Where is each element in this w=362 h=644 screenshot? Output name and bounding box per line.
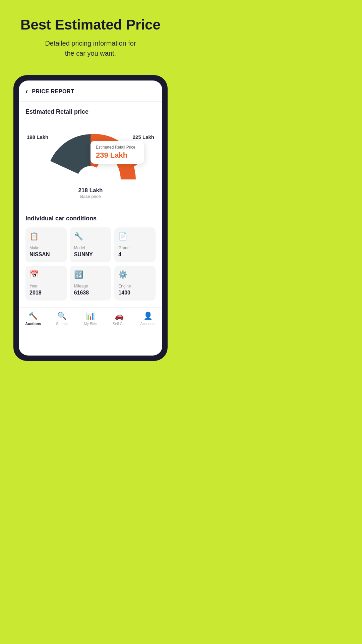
back-icon[interactable]: ‹ xyxy=(25,87,28,96)
model-value: SUNNY xyxy=(74,252,107,258)
condition-card-grade: 📄 Grade 4 xyxy=(114,227,156,262)
condition-card-year: 📅 Year 2018 xyxy=(25,266,67,301)
auctions-icon: 🔨 xyxy=(28,312,38,320)
base-price-value: 218 Lakh xyxy=(78,187,103,194)
grade-label: Grade xyxy=(118,246,152,250)
year-value: 2018 xyxy=(29,290,63,296)
auctions-label: Auctions xyxy=(25,322,41,326)
gauge-container: 198 Lakh 225 Lakh xyxy=(25,121,156,201)
phone-screen: ‹ PRICE REPORT Estimated Retail price 19… xyxy=(19,80,162,356)
search-icon: 🔍 xyxy=(57,312,66,320)
model-icon: 🔧 xyxy=(74,232,107,241)
accounts-label: Accounts xyxy=(140,322,156,326)
estimated-retail-title: Estimated Retail price xyxy=(25,108,156,115)
base-price-label: Base price xyxy=(78,194,103,199)
hero-section: Best Estimated Price Detailed pricing in… xyxy=(0,0,181,68)
mybids-icon: 📊 xyxy=(86,312,95,320)
make-label: Make xyxy=(29,246,63,250)
engine-value: 1400 xyxy=(118,290,152,296)
gauge-label-right: 225 Lakh xyxy=(133,134,154,140)
make-value: NISSAN xyxy=(29,252,63,258)
bottom-nav: 🔨 Auctions 🔍 Search 📊 My Bids 🚗 Sell Car… xyxy=(19,307,162,328)
tooltip-price: 239 Lakh xyxy=(96,151,139,160)
hero-subtitle: Detailed pricing information forthe car … xyxy=(13,38,168,58)
search-label: Search xyxy=(56,322,68,326)
condition-card-engine: ⚙️ Engine 1400 xyxy=(114,266,156,301)
phone-frame: ‹ PRICE REPORT Estimated Retail price 19… xyxy=(13,75,168,361)
mileage-label: Mileage xyxy=(74,284,107,288)
nav-item-sellcar[interactable]: 🚗 Sell Car xyxy=(109,312,129,326)
make-icon: 📋 xyxy=(29,232,63,241)
grade-value: 4 xyxy=(118,252,152,258)
base-price-info: 218 Lakh Base price xyxy=(78,187,103,199)
conditions-grid: 📋 Make NISSAN 🔧 Model SUNNY 📄 Grade 4 xyxy=(25,227,156,301)
gauge-label-left: 198 Lakh xyxy=(27,134,48,140)
conditions-section: Individual car conditions 📋 Make NISSAN … xyxy=(19,215,162,307)
price-section: Estimated Retail price 198 Lakh 225 Lakh xyxy=(19,102,162,201)
sellcar-icon: 🚗 xyxy=(115,312,124,320)
condition-card-make: 📋 Make NISSAN xyxy=(25,227,67,262)
screen-header: ‹ PRICE REPORT xyxy=(19,80,162,102)
hero-title: Best Estimated Price xyxy=(13,17,168,33)
mileage-icon: 🔢 xyxy=(74,270,107,279)
accounts-icon: 👤 xyxy=(143,312,153,320)
nav-item-accounts[interactable]: 👤 Accounts xyxy=(138,312,158,326)
nav-item-search[interactable]: 🔍 Search xyxy=(52,312,72,326)
sellcar-label: Sell Car xyxy=(113,322,126,326)
tooltip-label: Estimated Retail Price xyxy=(96,145,139,150)
price-tooltip: Estimated Retail Price 239 Lakh xyxy=(90,141,144,164)
mileage-value: 61638 xyxy=(74,290,107,296)
engine-label: Engine xyxy=(118,284,152,288)
year-label: Year xyxy=(29,284,63,288)
gauge-svg-wrapper: 198 Lakh 225 Lakh xyxy=(30,121,151,184)
nav-item-auctions[interactable]: 🔨 Auctions xyxy=(23,312,43,326)
year-icon: 📅 xyxy=(29,270,63,279)
nav-item-mybids[interactable]: 📊 My Bids xyxy=(80,312,101,326)
mybids-label: My Bids xyxy=(84,322,97,326)
page-title: PRICE REPORT xyxy=(32,89,74,95)
section-divider xyxy=(19,208,162,208)
engine-icon: ⚙️ xyxy=(118,270,152,279)
condition-card-mileage: 🔢 Mileage 61638 xyxy=(70,266,111,301)
model-label: Model xyxy=(74,246,107,250)
conditions-title: Individual car conditions xyxy=(25,215,156,222)
grade-icon: 📄 xyxy=(118,232,152,241)
condition-card-model: 🔧 Model SUNNY xyxy=(70,227,111,262)
